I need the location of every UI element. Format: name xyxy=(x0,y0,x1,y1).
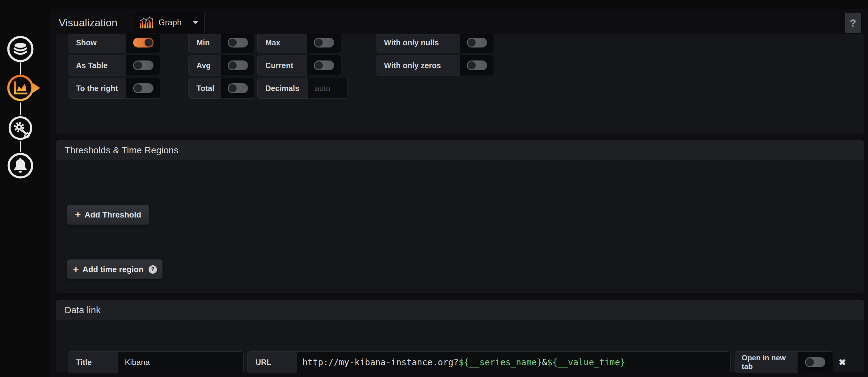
add-threshold-label: Add Threshold xyxy=(85,210,141,220)
url-segment: ${__value_time} xyxy=(547,357,625,368)
option-label: With only nulls xyxy=(376,34,460,53)
open-new-tab-label: Open in new tab xyxy=(735,352,798,373)
sidebar-connector xyxy=(20,141,21,152)
page-title: Visualization xyxy=(59,16,117,29)
gear-wrench-icon[interactable] xyxy=(8,116,33,140)
total-toggle[interactable] xyxy=(228,83,248,93)
option-label: Total xyxy=(189,78,221,98)
sidebar-connector xyxy=(20,62,21,75)
decimals-input[interactable] xyxy=(308,78,347,98)
legend-option-with-only-zeros: With only zeros xyxy=(376,55,494,76)
option-label: As Table xyxy=(68,55,126,76)
link-url-field-group: URL http://my-kibana-instance.org?${__se… xyxy=(247,351,731,373)
option-label: Avg xyxy=(189,55,221,76)
close-icon: ✖ xyxy=(839,357,846,368)
min-toggle[interactable] xyxy=(228,38,248,47)
toggle-knob xyxy=(315,61,323,69)
to-the-right-toggle[interactable] xyxy=(133,83,154,93)
toggle-knob xyxy=(228,39,237,46)
with-only-zeros-toggle[interactable] xyxy=(467,61,487,70)
section-title: Thresholds & Time Regions xyxy=(56,140,864,160)
option-label: Show xyxy=(68,34,126,53)
chevron-down-icon xyxy=(193,21,198,24)
bar-chart-icon xyxy=(140,16,154,29)
panel-editor: Visualization Graph ? Sho xyxy=(0,0,868,377)
add-time-region-label: Add time region xyxy=(83,265,144,274)
plus-icon: + xyxy=(75,209,81,219)
legend-option-total: Total xyxy=(188,78,255,99)
with-only-nulls-toggle[interactable] xyxy=(467,38,487,47)
sidebar-connector xyxy=(20,102,21,115)
option-label: To the right xyxy=(68,78,126,98)
legend-option-current: Current xyxy=(257,55,341,76)
as-table-toggle[interactable] xyxy=(133,61,154,70)
show-toggle[interactable] xyxy=(133,38,154,47)
add-threshold-button[interactable]: + Add Threshold xyxy=(67,205,149,225)
plus-icon: + xyxy=(73,264,79,274)
current-toggle[interactable] xyxy=(314,61,334,70)
legend-option-to-the-right: To the right xyxy=(68,78,160,99)
link-title-field-group: Title xyxy=(68,351,244,373)
option-label: Current xyxy=(258,55,307,76)
bell-icon[interactable] xyxy=(7,153,33,179)
option-label: Min xyxy=(189,34,221,53)
section-title: Data link xyxy=(56,300,864,320)
toggle-knob xyxy=(134,84,142,92)
open-new-tab-toggle[interactable] xyxy=(805,357,825,367)
remove-link-button[interactable]: ✖ xyxy=(833,351,851,373)
data-link-section: Data link Title URL http://my-kibana-ins… xyxy=(56,300,864,372)
toggle-knob xyxy=(468,39,476,46)
toggle-knob xyxy=(134,61,142,69)
toggle-knob xyxy=(315,39,323,46)
toggle-knob xyxy=(228,84,237,92)
question-circle-icon: ? xyxy=(149,265,157,274)
editor-sidebar xyxy=(0,0,50,377)
toggle-knob xyxy=(145,39,153,46)
area-chart-icon[interactable] xyxy=(6,74,42,102)
url-segment: & xyxy=(542,357,547,368)
viz-type-label: Graph xyxy=(158,18,182,28)
legend-option-with-only-nulls: With only nulls xyxy=(376,34,494,53)
link-url-input[interactable]: http://my-kibana-instance.org?${__series… xyxy=(297,352,730,373)
legend-options-section: Show As Table To the right Min Avg Total… xyxy=(56,34,864,134)
viz-type-dropdown[interactable]: Graph xyxy=(135,12,205,33)
thresholds-section: Thresholds & Time Regions + Add Threshol… xyxy=(56,140,864,293)
legend-option-min: Min xyxy=(188,34,255,53)
toggle-knob xyxy=(806,358,814,366)
add-time-region-button[interactable]: + Add time region ? xyxy=(67,260,162,279)
option-label: Decimals xyxy=(258,78,308,98)
database-icon[interactable] xyxy=(6,35,35,63)
max-toggle[interactable] xyxy=(314,38,334,47)
help-button[interactable]: ? xyxy=(845,13,861,33)
url-segment: ${__series_name} xyxy=(459,357,542,368)
legend-option-show: Show xyxy=(68,34,160,53)
legend-option-max: Max xyxy=(257,34,341,53)
legend-option-as-table: As Table xyxy=(68,55,160,76)
avg-toggle[interactable] xyxy=(228,61,248,70)
link-title-input[interactable] xyxy=(118,352,243,373)
url-segment: http://my-kibana-instance.org? xyxy=(302,357,459,368)
option-label: Max xyxy=(258,34,307,53)
option-label: With only zeros xyxy=(376,55,460,76)
legend-option-avg: Avg xyxy=(188,55,255,76)
url-field-label: URL xyxy=(248,352,297,373)
toggle-knob xyxy=(228,61,237,69)
legend-option-decimals: Decimals xyxy=(257,78,348,99)
title-field-label: Title xyxy=(68,352,118,373)
open-new-tab-group: Open in new tab xyxy=(735,351,833,373)
toggle-knob xyxy=(468,61,476,69)
